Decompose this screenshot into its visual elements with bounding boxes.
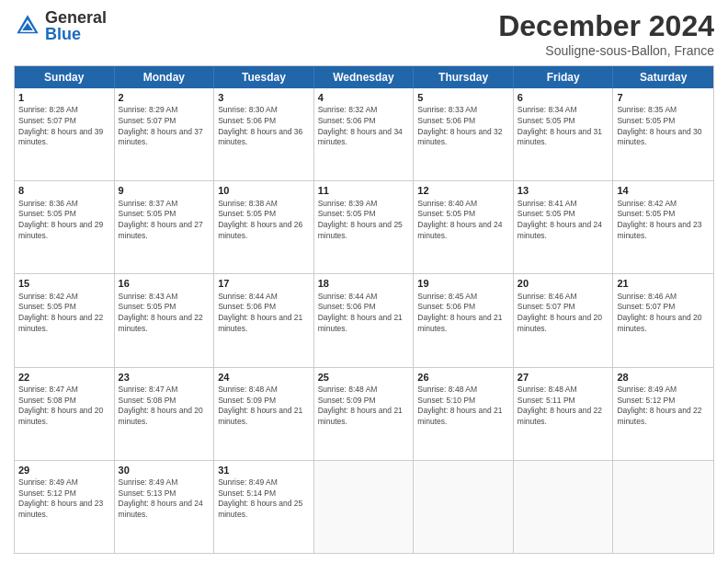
table-row: 8Sunrise: 8:36 AMSunset: 5:05 PMDaylight… xyxy=(15,181,115,273)
table-row: 14Sunrise: 8:42 AMSunset: 5:05 PMDayligh… xyxy=(613,181,713,273)
day-info: Sunrise: 8:49 AMSunset: 5:12 PMDaylight:… xyxy=(18,477,103,519)
calendar-row: 8Sunrise: 8:36 AMSunset: 5:05 PMDaylight… xyxy=(15,181,713,274)
day-number: 22 xyxy=(18,371,110,384)
table-row: 20Sunrise: 8:46 AMSunset: 5:07 PMDayligh… xyxy=(514,274,614,366)
table-row: 17Sunrise: 8:44 AMSunset: 5:06 PMDayligh… xyxy=(214,274,314,366)
table-row: 7Sunrise: 8:35 AMSunset: 5:05 PMDaylight… xyxy=(613,88,713,180)
table-row: 28Sunrise: 8:49 AMSunset: 5:12 PMDayligh… xyxy=(613,368,713,460)
day-info: Sunrise: 8:48 AMSunset: 5:09 PMDaylight:… xyxy=(318,385,403,426)
table-row: 9Sunrise: 8:37 AMSunset: 5:05 PMDaylight… xyxy=(115,181,215,273)
table-row: 16Sunrise: 8:43 AMSunset: 5:05 PMDayligh… xyxy=(115,274,215,366)
day-info: Sunrise: 8:46 AMSunset: 5:07 PMDaylight:… xyxy=(617,292,701,333)
table-row: 10Sunrise: 8:38 AMSunset: 5:05 PMDayligh… xyxy=(214,181,314,273)
table-row: 3Sunrise: 8:30 AMSunset: 5:06 PMDaylight… xyxy=(214,88,314,180)
calendar-body: 1Sunrise: 8:28 AMSunset: 5:07 PMDaylight… xyxy=(15,88,713,553)
table-row: 2Sunrise: 8:29 AMSunset: 5:07 PMDaylight… xyxy=(115,88,215,180)
day-number: 24 xyxy=(218,371,310,384)
day-number: 21 xyxy=(617,277,710,290)
weekday-monday: Monday xyxy=(115,66,215,88)
table-row: 22Sunrise: 8:47 AMSunset: 5:08 PMDayligh… xyxy=(15,368,115,460)
calendar-header: Sunday Monday Tuesday Wednesday Thursday… xyxy=(15,66,713,88)
day-info: Sunrise: 8:49 AMSunset: 5:13 PMDaylight:… xyxy=(119,477,203,519)
day-number: 13 xyxy=(518,184,609,197)
day-info: Sunrise: 8:37 AMSunset: 5:05 PMDaylight:… xyxy=(119,199,203,240)
day-info: Sunrise: 8:36 AMSunset: 5:05 PMDaylight:… xyxy=(18,199,103,240)
day-info: Sunrise: 8:35 AMSunset: 5:05 PMDaylight:… xyxy=(617,105,701,146)
day-info: Sunrise: 8:28 AMSunset: 5:07 PMDaylight:… xyxy=(18,105,103,146)
day-info: Sunrise: 8:33 AMSunset: 5:06 PMDaylight:… xyxy=(417,105,502,146)
weekday-friday: Friday xyxy=(514,66,614,88)
day-number: 30 xyxy=(119,464,210,477)
day-number: 10 xyxy=(218,184,310,197)
day-info: Sunrise: 8:44 AMSunset: 5:06 PMDaylight:… xyxy=(218,292,302,333)
day-number: 25 xyxy=(318,371,410,384)
calendar-row: 1Sunrise: 8:28 AMSunset: 5:07 PMDaylight… xyxy=(15,88,713,181)
day-info: Sunrise: 8:43 AMSunset: 5:05 PMDaylight:… xyxy=(119,292,203,333)
day-number: 1 xyxy=(18,91,110,104)
day-info: Sunrise: 8:44 AMSunset: 5:06 PMDaylight:… xyxy=(318,292,403,333)
day-info: Sunrise: 8:45 AMSunset: 5:06 PMDaylight:… xyxy=(417,292,502,333)
logo-icon xyxy=(14,12,41,40)
day-info: Sunrise: 8:46 AMSunset: 5:07 PMDaylight:… xyxy=(518,292,602,333)
day-info: Sunrise: 8:49 AMSunset: 5:12 PMDaylight:… xyxy=(617,385,701,426)
day-info: Sunrise: 8:47 AMSunset: 5:08 PMDaylight:… xyxy=(119,385,203,426)
logo: General Blue xyxy=(14,9,107,42)
day-info: Sunrise: 8:48 AMSunset: 5:11 PMDaylight:… xyxy=(518,385,602,426)
day-number: 15 xyxy=(18,277,110,290)
table-row: 26Sunrise: 8:48 AMSunset: 5:10 PMDayligh… xyxy=(414,368,514,460)
table-row: 30Sunrise: 8:49 AMSunset: 5:13 PMDayligh… xyxy=(115,461,215,553)
day-number: 6 xyxy=(518,91,609,104)
table-row xyxy=(414,461,514,553)
table-row: 27Sunrise: 8:48 AMSunset: 5:11 PMDayligh… xyxy=(514,368,614,460)
day-info: Sunrise: 8:40 AMSunset: 5:05 PMDaylight:… xyxy=(417,199,502,240)
day-number: 5 xyxy=(417,91,509,104)
day-info: Sunrise: 8:30 AMSunset: 5:06 PMDaylight:… xyxy=(218,105,302,146)
day-info: Sunrise: 8:47 AMSunset: 5:08 PMDaylight:… xyxy=(18,385,103,426)
day-info: Sunrise: 8:29 AMSunset: 5:07 PMDaylight:… xyxy=(119,105,203,146)
table-row: 19Sunrise: 8:45 AMSunset: 5:06 PMDayligh… xyxy=(414,274,514,366)
table-row: 24Sunrise: 8:48 AMSunset: 5:09 PMDayligh… xyxy=(214,368,314,460)
day-number: 18 xyxy=(318,277,410,290)
day-info: Sunrise: 8:48 AMSunset: 5:09 PMDaylight:… xyxy=(218,385,302,426)
day-number: 14 xyxy=(617,184,710,197)
table-row: 11Sunrise: 8:39 AMSunset: 5:05 PMDayligh… xyxy=(314,181,415,273)
day-number: 17 xyxy=(218,277,310,290)
logo-text-general: General xyxy=(45,9,107,26)
table-row xyxy=(613,461,713,553)
calendar: Sunday Monday Tuesday Wednesday Thursday… xyxy=(14,65,714,554)
table-row: 23Sunrise: 8:47 AMSunset: 5:08 PMDayligh… xyxy=(115,368,215,460)
day-info: Sunrise: 8:42 AMSunset: 5:05 PMDaylight:… xyxy=(18,292,103,333)
day-info: Sunrise: 8:38 AMSunset: 5:05 PMDaylight:… xyxy=(218,199,302,240)
table-row: 4Sunrise: 8:32 AMSunset: 5:06 PMDaylight… xyxy=(314,88,415,180)
day-number: 16 xyxy=(119,277,210,290)
day-number: 12 xyxy=(417,184,509,197)
page: General Blue December 2024 Souligne-sous… xyxy=(0,0,728,563)
day-number: 7 xyxy=(617,91,710,104)
day-number: 4 xyxy=(318,91,410,104)
day-info: Sunrise: 8:48 AMSunset: 5:10 PMDaylight:… xyxy=(417,385,502,426)
day-info: Sunrise: 8:34 AMSunset: 5:05 PMDaylight:… xyxy=(518,105,602,146)
month-title: December 2024 xyxy=(498,9,714,43)
table-row: 12Sunrise: 8:40 AMSunset: 5:05 PMDayligh… xyxy=(414,181,514,273)
calendar-row: 15Sunrise: 8:42 AMSunset: 5:05 PMDayligh… xyxy=(15,274,713,367)
day-number: 26 xyxy=(417,371,509,384)
day-info: Sunrise: 8:41 AMSunset: 5:05 PMDaylight:… xyxy=(518,199,602,240)
table-row: 31Sunrise: 8:49 AMSunset: 5:14 PMDayligh… xyxy=(214,461,314,553)
logo-text-blue: Blue xyxy=(45,26,107,42)
day-number: 2 xyxy=(119,91,210,104)
table-row: 1Sunrise: 8:28 AMSunset: 5:07 PMDaylight… xyxy=(15,88,115,180)
day-info: Sunrise: 8:39 AMSunset: 5:05 PMDaylight:… xyxy=(318,199,403,240)
calendar-row: 29Sunrise: 8:49 AMSunset: 5:12 PMDayligh… xyxy=(15,461,713,553)
table-row: 13Sunrise: 8:41 AMSunset: 5:05 PMDayligh… xyxy=(514,181,614,273)
table-row: 6Sunrise: 8:34 AMSunset: 5:05 PMDaylight… xyxy=(514,88,614,180)
table-row: 25Sunrise: 8:48 AMSunset: 5:09 PMDayligh… xyxy=(314,368,415,460)
day-number: 23 xyxy=(119,371,210,384)
table-row: 18Sunrise: 8:44 AMSunset: 5:06 PMDayligh… xyxy=(314,274,415,366)
day-number: 3 xyxy=(218,91,310,104)
day-number: 9 xyxy=(119,184,210,197)
day-number: 31 xyxy=(218,464,310,477)
day-info: Sunrise: 8:42 AMSunset: 5:05 PMDaylight:… xyxy=(617,199,701,240)
day-info: Sunrise: 8:49 AMSunset: 5:14 PMDaylight:… xyxy=(218,477,302,519)
header: General Blue December 2024 Souligne-sous… xyxy=(14,9,714,58)
table-row: 21Sunrise: 8:46 AMSunset: 5:07 PMDayligh… xyxy=(613,274,713,366)
